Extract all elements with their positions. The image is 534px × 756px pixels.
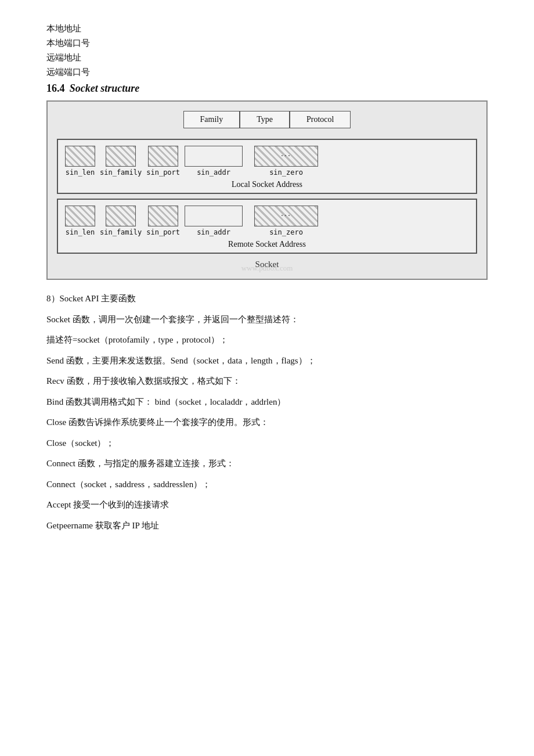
local-sin-addr: sin_addr	[185, 146, 243, 177]
remote-fields-row: sin_len sin_family sin_port sin_addr ···…	[65, 206, 469, 236]
local-label: Local Socket Address	[65, 180, 469, 189]
sin-family-box-remote	[106, 206, 136, 226]
top-row: Family Type Protocol	[57, 111, 477, 128]
local-socket-block: sin_len sin_family sin_port sin_addr ···…	[57, 139, 477, 194]
sin-family-box-local	[106, 146, 136, 167]
sin-addr-box-remote	[185, 206, 243, 226]
content-item-1: Socket 函数，调用一次创建一个套接字，并返回一个整型描述符：	[46, 312, 488, 327]
content-item-0: 8）Socket API 主要函数	[46, 291, 488, 307]
remote-sin-port: sin_port	[146, 206, 180, 236]
content-item-3: Send 函数，主要用来发送数据。Send（socket，data，length…	[46, 354, 488, 369]
local-sin-len: sin_len	[65, 146, 95, 177]
type-box: Type	[240, 111, 290, 128]
content-item-8: Connect 函数，与指定的服务器建立连接，形式：	[46, 456, 488, 471]
sin-len-box-remote	[65, 206, 95, 226]
remote-sin-len: sin_len	[65, 206, 95, 236]
content-item-4: Recv 函数，用于接收输入数据或报文，格式如下：	[46, 374, 488, 389]
section-title-text: Socket structure	[70, 82, 140, 94]
content-item-9: Connect（socket，saddress，saddresslen）；	[46, 477, 488, 492]
socket-structure-diagram: Family Type Protocol sin_len sin_family …	[46, 100, 488, 280]
remote-sin-zero: ··· sin_zero	[254, 206, 318, 236]
local-sin-port: sin_port	[146, 146, 180, 177]
local-fields-row: sin_len sin_family sin_port sin_addr ···…	[65, 146, 469, 177]
sin-port-box-local	[148, 146, 178, 167]
intro-item-1: 本地地址	[46, 23, 488, 34]
content-item-6: Close 函数告诉操作系统要终止一个套接字的使用。形式：	[46, 415, 488, 430]
section-title: 16.4 Socket structure	[46, 82, 488, 95]
local-sin-zero: ··· sin_zero	[254, 146, 318, 177]
intro-item-4: 远端端口号	[46, 67, 488, 78]
intro-item-3: 远端地址	[46, 52, 488, 63]
sin-addr-box-local	[185, 146, 243, 167]
content-item-10: Accept 接受一个收到的连接请求	[46, 498, 488, 513]
protocol-box: Protocol	[290, 111, 351, 128]
intro-item-2: 本地端口号	[46, 38, 488, 49]
remote-label: Remote Socket Address	[65, 240, 469, 249]
content-item-2: 描述符=socket（protofamily，type，protocol）；	[46, 333, 488, 348]
content-item-5: Bind 函数其调用格式如下： bind（socket，localaddr，ad…	[46, 395, 488, 410]
family-box: Family	[183, 111, 240, 128]
sin-zero-box-local: ···	[254, 146, 318, 167]
intro-list: 本地地址 本地端口号 远端地址 远端端口号	[46, 23, 488, 78]
content-item-7: Close（socket）；	[46, 436, 488, 451]
content-item-11: Getpeername 获取客户 IP 地址	[46, 519, 488, 534]
content-section: 8）Socket API 主要函数 Socket 函数，调用一次创建一个套接字，…	[46, 291, 488, 533]
remote-socket-block: sin_len sin_family sin_port sin_addr ···…	[57, 199, 477, 254]
sin-len-box-local	[65, 146, 95, 167]
sin-zero-box-remote: ···	[254, 206, 318, 226]
remote-sin-addr: sin_addr	[185, 206, 243, 236]
socket-outer-label: Socket	[57, 260, 477, 269]
local-sin-family: sin_family	[100, 146, 142, 177]
remote-sin-family: sin_family	[100, 206, 142, 236]
sin-port-box-remote	[148, 206, 178, 226]
section-number: 16.4	[46, 82, 65, 94]
